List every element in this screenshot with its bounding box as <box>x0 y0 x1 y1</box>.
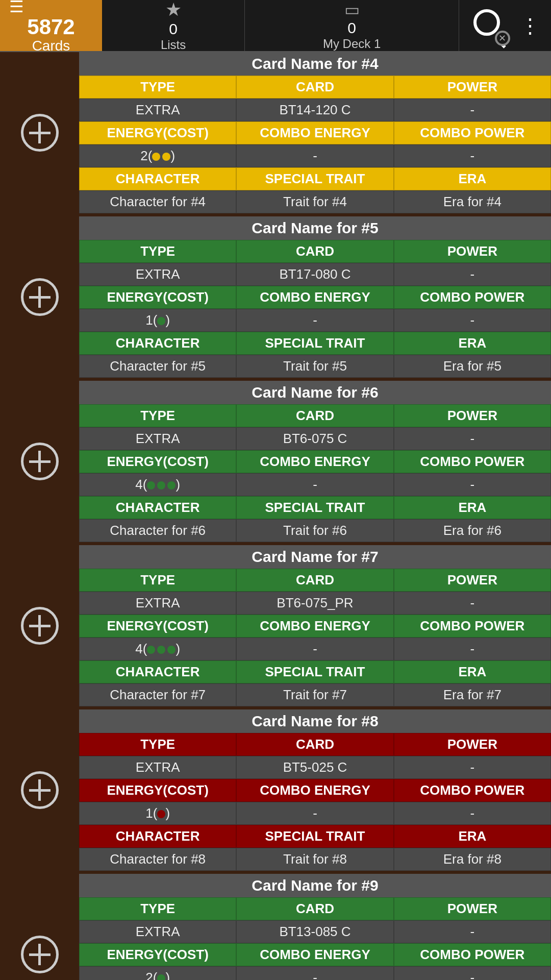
card-grid: TYPE CARD POWER EXTRA BT6-075_PR - ENERG… <box>79 569 551 706</box>
type-header: TYPE <box>79 76 236 99</box>
card-header: CARD <box>236 76 393 99</box>
energy-dot <box>157 317 165 325</box>
card-sidebar <box>0 216 79 378</box>
add-card-button[interactable] <box>21 278 59 316</box>
trait-value: Trait for #5 <box>236 355 393 378</box>
extra-value: BT14-120 C <box>236 99 393 121</box>
character-value: Character for #8 <box>79 848 236 871</box>
character-value: Character for #6 <box>79 519 236 542</box>
power-header: POWER <box>394 404 551 427</box>
card-name: Card Name for #8 <box>79 709 551 733</box>
combo-energy-value: - <box>236 309 393 332</box>
extra-label: EXTRA <box>79 592 236 615</box>
card-grid: TYPE CARD POWER EXTRA BT5-025 C - ENERGY… <box>79 733 551 871</box>
character-header: CHARACTER <box>79 496 236 519</box>
energy-header: ENERGY(COST) <box>79 286 236 309</box>
combo-power-header: COMBO POWER <box>394 615 551 638</box>
era-header: ERA <box>394 167 551 190</box>
search-circle-icon <box>473 9 500 36</box>
energy-value: 4() <box>79 473 236 496</box>
close-search-icon[interactable]: ✕ <box>495 31 510 46</box>
special-trait-header: SPECIAL TRAIT <box>236 825 393 848</box>
energy-value: 2() <box>79 144 236 167</box>
energy-header: ENERGY(COST) <box>79 615 236 638</box>
total-card-count: 5872 <box>27 16 74 38</box>
search-button[interactable]: ✕ <box>469 5 510 46</box>
card-grid: TYPE CARD POWER EXTRA BT6-075 C - ENERGY… <box>79 404 551 542</box>
card-name: Card Name for #4 <box>79 52 551 76</box>
lists-count: 0 <box>169 20 178 38</box>
card-entry: Card Name for #6 TYPE CARD POWER EXTRA B… <box>0 381 551 542</box>
deck-icon: ▭ <box>344 0 360 19</box>
energy-dot <box>157 974 165 980</box>
lists-section[interactable]: ★ 0 Lists <box>102 0 245 51</box>
combo-power-header: COMBO POWER <box>394 779 551 802</box>
extra-value: BT13-085 C <box>236 920 393 943</box>
card-grid: TYPE CARD POWER EXTRA BT13-085 C - ENERG… <box>79 897 551 980</box>
energy-dot <box>157 810 165 818</box>
combo-power-header: COMBO POWER <box>394 286 551 309</box>
add-card-button[interactable] <box>21 771 59 809</box>
type-header: TYPE <box>79 733 236 756</box>
card-name: Card Name for #7 <box>79 545 551 569</box>
type-header: TYPE <box>79 569 236 592</box>
character-value: Character for #4 <box>79 190 236 213</box>
combo-energy-header: COMBO ENERGY <box>236 943 393 966</box>
combo-energy-value: - <box>236 966 393 980</box>
add-card-button[interactable] <box>21 936 59 973</box>
era-header: ERA <box>394 332 551 355</box>
add-card-button[interactable] <box>21 114 59 152</box>
combo-energy-value: - <box>236 144 393 167</box>
card-content: Card Name for #9 TYPE CARD POWER EXTRA B… <box>79 874 551 980</box>
combo-power-value: - <box>394 638 551 660</box>
card-list: Card Name for #4 TYPE CARD POWER EXTRA B… <box>0 52 551 980</box>
app-header: ☰ 5872 Cards ★ 0 Lists ▭ 0 My Deck 1 ✕ ⋮ <box>0 0 551 52</box>
card-name: Card Name for #5 <box>79 216 551 240</box>
extra-value: BT6-075_PR <box>236 592 393 615</box>
energy-dot <box>157 481 165 489</box>
energy-value: 4() <box>79 638 236 660</box>
era-value: Era for #5 <box>394 355 551 378</box>
era-value: Era for #6 <box>394 519 551 542</box>
extra-label: EXTRA <box>79 756 236 779</box>
power-value: - <box>394 99 551 121</box>
combo-power-value: - <box>394 802 551 825</box>
energy-header: ENERGY(COST) <box>79 943 236 966</box>
combo-energy-header: COMBO ENERGY <box>236 286 393 309</box>
star-icon: ★ <box>165 0 182 20</box>
type-header: TYPE <box>79 404 236 427</box>
character-value: Character for #5 <box>79 355 236 378</box>
trait-value: Trait for #6 <box>236 519 393 542</box>
deck-count: 0 <box>347 19 356 37</box>
card-entry: Card Name for #8 TYPE CARD POWER EXTRA B… <box>0 709 551 871</box>
power-header: POWER <box>394 76 551 99</box>
extra-value: BT17-080 C <box>236 263 393 286</box>
energy-dot <box>152 153 160 161</box>
header-actions: ✕ ⋮ <box>459 0 551 51</box>
character-header: CHARACTER <box>79 660 236 683</box>
power-value: - <box>394 756 551 779</box>
card-content: Card Name for #6 TYPE CARD POWER EXTRA B… <box>79 381 551 542</box>
add-card-button[interactable] <box>21 443 59 480</box>
deck-section[interactable]: ▭ 0 My Deck 1 <box>245 0 459 51</box>
power-value: - <box>394 427 551 450</box>
era-value: Era for #7 <box>394 683 551 706</box>
add-card-button[interactable] <box>21 607 59 645</box>
trait-value: Trait for #8 <box>236 848 393 871</box>
era-header: ERA <box>394 825 551 848</box>
card-content: Card Name for #4 TYPE CARD POWER EXTRA B… <box>79 52 551 213</box>
menu-icon[interactable]: ☰ <box>9 0 24 16</box>
trait-value: Trait for #7 <box>236 683 393 706</box>
combo-power-header: COMBO POWER <box>394 121 551 144</box>
combo-energy-header: COMBO ENERGY <box>236 450 393 473</box>
card-sidebar <box>0 545 79 706</box>
type-header: TYPE <box>79 897 236 920</box>
card-entry: Card Name for #7 TYPE CARD POWER EXTRA B… <box>0 545 551 706</box>
power-value: - <box>394 920 551 943</box>
overflow-menu-button[interactable]: ⋮ <box>520 14 541 37</box>
extra-label: EXTRA <box>79 920 236 943</box>
character-value: Character for #7 <box>79 683 236 706</box>
power-value: - <box>394 592 551 615</box>
card-sidebar <box>0 52 79 213</box>
energy-value: 1() <box>79 802 236 825</box>
